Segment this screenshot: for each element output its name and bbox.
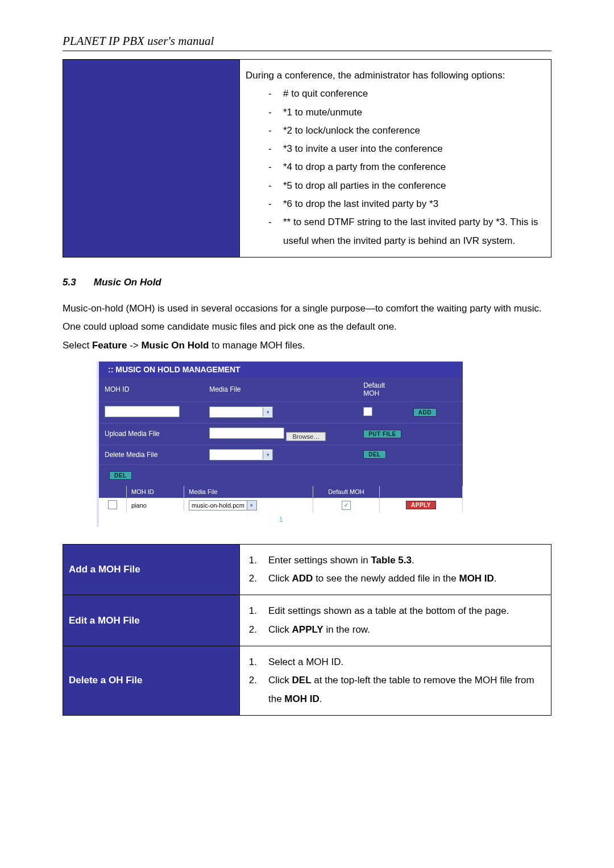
step-text: Select a MOH ID. [268, 653, 343, 671]
page-header: PLANET IP PBX user's manual [63, 34, 551, 48]
section-number: 5.3 [63, 277, 91, 288]
step-text: Enter settings shown in Table 5.3. [268, 551, 414, 570]
proc-label: Add a MOH File [63, 544, 240, 595]
dash-icon: - [268, 195, 274, 213]
proc-label: Edit a MOH File [63, 595, 240, 646]
step-text: Click ADD to see the newly added file in… [268, 570, 497, 588]
proc-steps: 1. Enter settings shown in Table 5.3. 2.… [240, 544, 551, 595]
row-media-select[interactable]: music-on-hold.pcm ▾ [189, 500, 257, 510]
panel-title: :: MUSIC ON HOLD MANAGEMENT [99, 362, 463, 377]
conf-intro: During a conference, the administrator h… [246, 67, 545, 85]
chevron-down-icon: ▾ [263, 450, 272, 459]
proc-steps: 1. Select a MOH ID. 2. Click DEL at the … [240, 646, 551, 716]
th-mohid: MOH ID [127, 486, 184, 497]
upload-label: Upload Media File [99, 429, 204, 439]
row-checkbox[interactable] [108, 500, 117, 509]
row-mohid: piano [127, 500, 184, 511]
dash-icon: - [268, 177, 274, 195]
row-media-value: music-on-hold.pcm [192, 502, 244, 509]
apply-button[interactable]: APPLY [406, 501, 436, 509]
step-text: Click APPLY in the row. [268, 621, 370, 639]
dash-icon: - [268, 140, 274, 158]
col-media-label: Media File [204, 384, 358, 394]
dash-icon: - [268, 103, 274, 122]
delete-label: Delete Media File [99, 450, 204, 460]
moh-management-screenshot: :: MUSIC ON HOLD MANAGEMENT MOH ID Media… [97, 362, 463, 527]
step-num: 1. [246, 602, 257, 620]
delete-media-select[interactable]: ▾ [209, 449, 273, 460]
moh-paragraph-2: Select Feature -> Music On Hold to manag… [63, 337, 551, 355]
moh-bold: Music On Hold [141, 340, 209, 351]
chevron-down-icon: ▾ [263, 408, 272, 417]
dash-icon: - [268, 85, 274, 103]
conf-item: *2 to lock/unlock the conference [283, 122, 420, 140]
th-default: Default MOH [313, 486, 380, 497]
conf-item: *1 to mute/unmute [283, 103, 362, 122]
conf-item: *5 to drop all parties in the conference [283, 177, 446, 195]
step-text: Click DEL at the top-left the table to r… [268, 671, 545, 708]
th-media: Media File [184, 486, 313, 497]
conf-right-cell: During a conference, the administrator h… [240, 60, 551, 258]
conf-item: *4 to drop a party from the conference [283, 158, 446, 176]
dash-icon: - [268, 122, 274, 140]
text: Select [63, 340, 92, 351]
conf-left-cell [63, 60, 240, 258]
del-media-button[interactable]: DEL [363, 450, 386, 459]
header-rule [63, 51, 551, 51]
step-num: 1. [246, 653, 257, 671]
chevron-down-icon: ▾ [247, 501, 256, 510]
moh-paragraph-1: Music-on-hold (MOH) is used in several o… [63, 300, 551, 337]
row-default-checkbox[interactable]: ✓ [342, 501, 351, 510]
conf-item: *6 to drop the last invited party by *3 [283, 195, 438, 213]
del-row-button[interactable]: DEL [109, 471, 132, 480]
col-default-label: Default MOH [358, 380, 408, 398]
conference-options-table: During a conference, the administrator h… [63, 59, 551, 258]
proc-steps: 1. Edit settings shown as a table at the… [240, 595, 551, 646]
upload-path-input[interactable] [209, 427, 284, 439]
text: to manage MOH files. [209, 340, 305, 351]
proc-label: Delete a OH File [63, 646, 240, 716]
step-num: 1. [246, 551, 257, 570]
moh-list-table: MOH ID Media File Default MOH piano musi… [99, 486, 463, 527]
conf-item: ** to send DTMF string to the last invit… [283, 213, 545, 250]
pager[interactable]: 1 [99, 513, 463, 527]
step-num: 2. [246, 671, 257, 708]
add-button[interactable]: ADD [413, 408, 437, 417]
col-mohid-label: MOH ID [99, 384, 204, 394]
put-file-button[interactable]: PUT FILE [363, 430, 401, 438]
section-title: Music On Hold [94, 277, 161, 288]
table-row: piano music-on-hold.pcm ▾ ✓ APPLY [99, 498, 463, 513]
text: -> [127, 340, 141, 351]
step-num: 2. [246, 570, 257, 588]
feature-bold: Feature [92, 340, 127, 351]
procedure-table: Add a MOH File 1. Enter settings shown i… [63, 544, 551, 716]
conf-item: # to quit conference [283, 85, 368, 103]
section-heading: 5.3 Music On Hold [63, 277, 551, 288]
default-moh-checkbox[interactable] [363, 407, 372, 416]
mohid-input[interactable] [105, 406, 180, 417]
browse-button[interactable]: Browse… [286, 432, 326, 441]
conf-item: *3 to invite a user into the conference [283, 140, 443, 158]
dash-icon: - [268, 158, 274, 176]
step-num: 2. [246, 621, 257, 639]
step-text: Edit settings shown as a table at the bo… [268, 602, 509, 620]
media-file-select[interactable]: ▾ [209, 406, 273, 418]
dash-icon: - [268, 213, 274, 250]
